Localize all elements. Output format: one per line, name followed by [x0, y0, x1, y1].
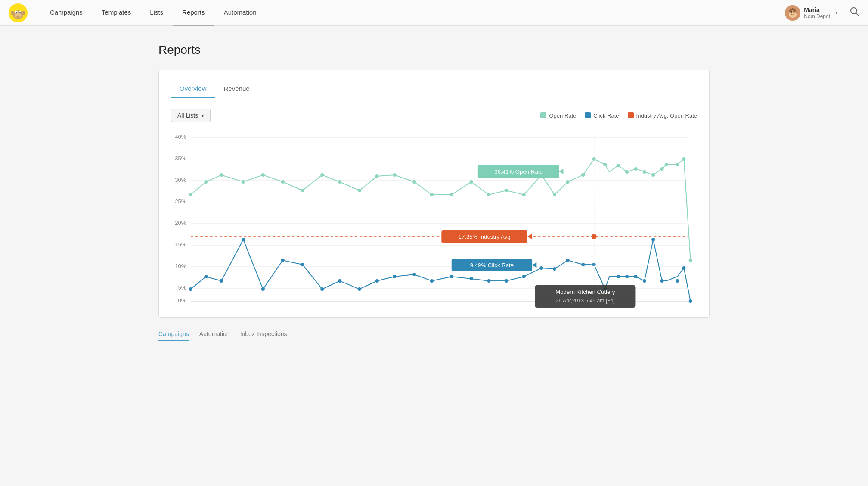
legend-open-rate-label: Open Rate [549, 112, 576, 119]
open-rate-point [522, 193, 526, 196]
open-rate-point [676, 163, 679, 166]
click-rate-point [430, 279, 434, 283]
open-rate-point [301, 189, 304, 192]
open-rate-point [643, 170, 646, 174]
open-rate-point [261, 173, 265, 177]
open-rate-point [242, 180, 245, 184]
chevron-down-icon: ▾ [835, 10, 838, 16]
open-rate-point [450, 193, 453, 196]
legend-open-rate: Open Rate [540, 112, 576, 119]
open-rate-point [505, 189, 508, 192]
open-rate-tooltip-arrow [559, 169, 563, 174]
click-rate-point [487, 279, 490, 283]
nav-lists[interactable]: Lists [140, 0, 173, 26]
svg-point-9 [22, 11, 25, 15]
reports-card: Overview Revenue All Lists ▾ Open Rate C… [158, 70, 710, 318]
open-rate-point [660, 167, 663, 171]
open-rate-point [665, 163, 668, 166]
open-rate-point [430, 193, 434, 196]
industry-avg-point [592, 234, 597, 239]
tab-revenue[interactable]: Revenue [215, 81, 258, 98]
click-rate-point [338, 279, 341, 283]
open-rate-point [375, 174, 379, 178]
bottom-tab-inbox[interactable]: Inbox Inspections [240, 330, 287, 341]
svg-text:0%: 0% [178, 297, 186, 304]
open-rate-point [358, 189, 361, 192]
click-rate-point [617, 275, 620, 278]
nav-right: Maria Nom Depot ▾ [785, 5, 859, 21]
svg-point-8 [11, 11, 14, 15]
logo[interactable] [9, 3, 28, 22]
all-lists-dropdown[interactable]: All Lists ▾ [171, 109, 211, 122]
nav-user[interactable]: Maria Nom Depot ▾ [785, 5, 838, 21]
nav-templates[interactable]: Templates [92, 0, 140, 26]
nav-bar: Campaigns Templates Lists Reports Automa… [0, 0, 868, 26]
click-rate-point [220, 279, 223, 283]
svg-text:20%: 20% [175, 220, 186, 226]
open-rate-point [651, 173, 655, 177]
open-rate-point [581, 173, 585, 177]
bottom-tab-automation[interactable]: Automation [199, 330, 230, 341]
legend-industry-avg: Industry Avg. Open Rate [628, 112, 697, 119]
chart-legend: Open Rate Click Rate Industry Avg. Open … [540, 112, 697, 119]
open-rate-point [487, 193, 490, 196]
open-rate-point [617, 164, 620, 167]
click-rate-point [553, 267, 556, 271]
open-rate-point [281, 180, 285, 184]
click-rate-point [301, 263, 304, 266]
open-rate-point [469, 180, 473, 184]
click-rate-point [204, 275, 208, 278]
open-rate-point [220, 173, 223, 177]
chart-container: 40% 35% 30% 25% 20% 15% 10% 5% 0% [171, 131, 697, 305]
user-name: Maria [804, 6, 830, 13]
click-rate-point [242, 238, 245, 241]
open-rate-point [393, 173, 396, 177]
dropdown-label: All Lists [177, 112, 198, 119]
open-rate-point [204, 180, 208, 184]
svg-text:5%: 5% [178, 284, 186, 291]
open-rate-point [338, 180, 341, 184]
tab-overview[interactable]: Overview [171, 81, 215, 98]
click-rate-point [660, 279, 663, 283]
click-rate-point [682, 266, 685, 270]
click-rate-point [412, 273, 416, 276]
click-rate-point [539, 266, 543, 270]
click-rate-point [189, 287, 192, 291]
chevron-down-icon: ▾ [202, 113, 204, 118]
nav-campaigns[interactable]: Campaigns [40, 0, 92, 26]
nav-reports[interactable]: Reports [173, 0, 214, 26]
controls-row: All Lists ▾ Open Rate Click Rate Industr… [171, 109, 697, 122]
svg-point-12 [790, 11, 792, 13]
click-rate-point [320, 287, 324, 291]
nav-links: Campaigns Templates Lists Reports Automa… [40, 0, 785, 26]
click-rate-swatch [585, 112, 591, 118]
svg-point-7 [16, 16, 20, 18]
svg-text:15%: 15% [175, 241, 186, 248]
open-rate-point [189, 193, 192, 196]
legend-industry-avg-label: Industry Avg. Open Rate [636, 112, 697, 119]
campaign-tooltip-title: Modern Kitchen Cutlery [555, 289, 615, 295]
click-rate-tooltip-text: 9.49% Click Rate [470, 262, 514, 268]
click-rate-point [581, 263, 585, 266]
svg-text:40%: 40% [175, 134, 186, 140]
open-rate-point [412, 180, 416, 184]
svg-line-15 [856, 13, 859, 16]
click-rate-point [261, 287, 265, 291]
open-rate-tooltip-text: 36.41% Open Rate [494, 168, 543, 175]
bottom-tab-campaigns[interactable]: Campaigns [158, 330, 189, 341]
industry-avg-tooltip-arrow [527, 234, 532, 239]
svg-text:35%: 35% [175, 155, 186, 162]
search-icon[interactable] [850, 7, 859, 19]
industry-avg-tooltip-text: 17.35% Industry Avg [459, 234, 511, 240]
open-rate-point [566, 180, 570, 184]
open-rate-point [320, 173, 324, 177]
open-rate-point [682, 157, 685, 161]
click-rate-point [625, 275, 629, 278]
click-rate-point [689, 299, 692, 303]
click-rate-point [643, 279, 646, 283]
svg-point-13 [793, 11, 795, 13]
svg-text:30%: 30% [175, 177, 186, 183]
click-rate-point [651, 238, 655, 241]
nav-automation[interactable]: Automation [214, 0, 266, 26]
campaign-tooltip-date: 26 Apr,2013 6:45 am [Fri] [556, 298, 615, 304]
